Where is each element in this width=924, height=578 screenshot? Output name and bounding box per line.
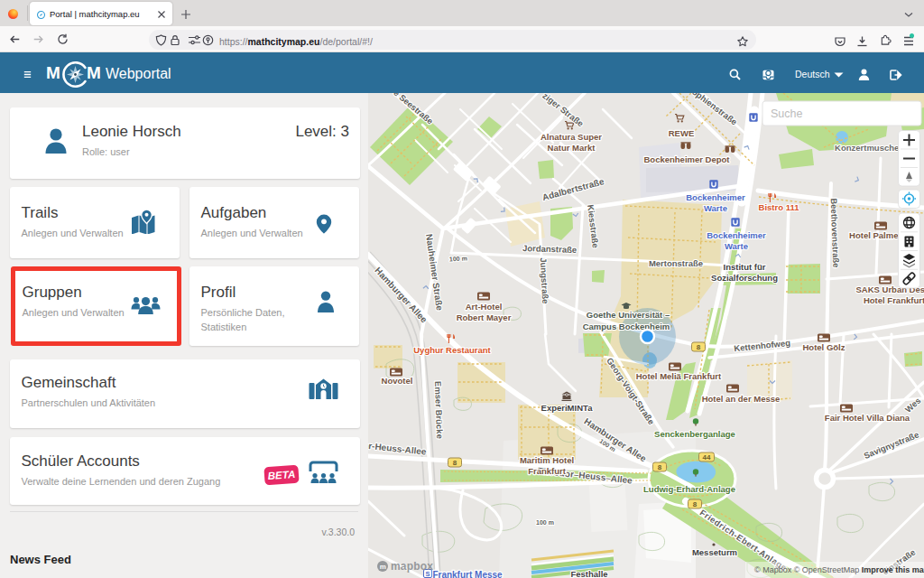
svg-text:Senckenberganlage: Senckenberganlage [654,429,735,439]
svg-text:Festhalle: Festhalle [570,569,607,578]
svg-text:Campus Bockenheim: Campus Bockenheim [583,322,670,331]
svg-text:Hotel Meliä Frankfurt: Hotel Meliä Frankfurt [636,371,722,381]
svg-text:Alnatura Super: Alnatura Super [541,132,602,142]
svg-text:m: m [380,563,386,571]
svg-text:Fair Hotel Villa Diana: Fair Hotel Villa Diana [825,413,910,423]
svg-text:Warte: Warte [725,241,748,251]
svg-text:Uyghur Restaurant: Uyghur Restaurant [413,345,491,355]
svg-text:ExperiMINTa: ExperiMINTa [541,403,594,413]
svg-text:Mertonstraße: Mertonstraße [649,258,703,268]
svg-text:© Mapbox © OpenStreetMap Impro: © Mapbox © OpenStreetMap Improve this ma… [754,565,924,574]
svg-text:Jordanstraße: Jordanstraße [522,243,578,255]
svg-text:Institut für: Institut für [724,262,766,272]
svg-text:100 m: 100 m [449,255,467,262]
svg-text:Hotel Frankfurt: Hotel Frankfurt [864,295,924,305]
svg-text:Bistro 111: Bistro 111 [759,202,800,212]
svg-text:Novotel: Novotel [382,376,413,386]
svg-text:Messeturm: Messeturm [692,547,737,557]
svg-text:Frankfurt: Frankfurt [528,466,567,476]
svg-text:44: 44 [703,453,711,461]
svg-text:Frankfurt Messe: Frankfurt Messe [432,570,503,578]
svg-text:REWE: REWE [669,128,695,138]
svg-text:Sozialforschung: Sozialforschung [711,273,778,283]
svg-text:Warte: Warte [704,203,727,213]
svg-text:Suche: Suche [771,107,802,120]
svg-text:mapbox: mapbox [391,560,433,573]
svg-text:Emser Brücke: Emser Brücke [433,381,445,439]
svg-text:Hotel an der Messe: Hotel an der Messe [702,394,781,404]
svg-text:Maritim Hotel: Maritim Hotel [520,455,574,465]
svg-text:Konzertmuschel: Konzertmuschel [835,143,901,153]
svg-text:Bockenheimer Depot: Bockenheimer Depot [643,154,730,164]
svg-text:Goethe Universität –: Goethe Universität – [587,310,670,320]
svg-text:Natur Markt: Natur Markt [548,143,596,153]
svg-text:Robert Mayer: Robert Mayer [457,312,512,322]
svg-text:Art-Hotel: Art-Hotel [466,302,503,312]
svg-text:100 m: 100 m [536,519,554,526]
svg-text:Hotel Gölz: Hotel Gölz [803,342,845,352]
svg-text:Ludwig-Erhard-Anlage: Ludwig-Erhard-Anlage [643,484,735,494]
svg-text:Bockenheimer: Bockenheimer [707,230,766,240]
svg-text:Bockenheimer: Bockenheimer [686,192,745,202]
